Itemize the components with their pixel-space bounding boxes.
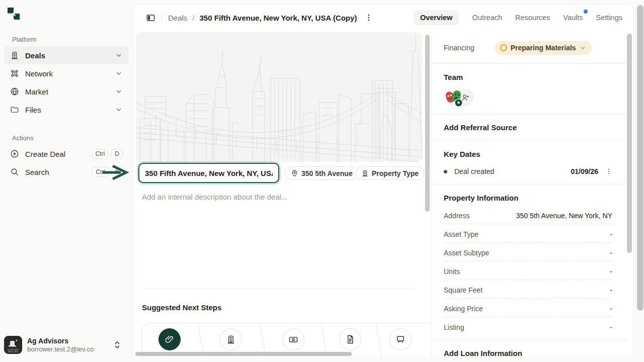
notification-dot bbox=[584, 10, 588, 14]
team-avatars bbox=[444, 88, 484, 108]
main-card: Deals / 350 Fifth Avenue, New York, NY, … bbox=[133, 4, 634, 357]
dashed-divider bbox=[444, 280, 612, 280]
financing-status-dropdown[interactable]: Preparing Materials bbox=[495, 41, 592, 55]
sidebar-item-network[interactable]: Network bbox=[4, 64, 129, 82]
dashed-divider bbox=[444, 242, 612, 243]
add-loan-information-button[interactable]: Add Loan Information bbox=[444, 349, 612, 357]
workspace-switcher[interactable]: BORROWER MAGICIANS Ag Advisors borrower.… bbox=[4, 334, 129, 356]
add-referral-source-button[interactable]: Add Referral Source bbox=[444, 123, 612, 132]
tab-overview[interactable]: Overview bbox=[414, 10, 459, 25]
column-scrollbar-thumb[interactable] bbox=[425, 35, 430, 212]
sidebar-item-label: Market bbox=[25, 87, 115, 96]
window-scrollbar-thumb[interactable] bbox=[637, 5, 643, 311]
city-skyline-illustration bbox=[136, 32, 422, 162]
key-date-row: Deal created 01/09/26 bbox=[444, 166, 612, 176]
address-tag[interactable]: 350 5th Avenue bbox=[285, 166, 359, 180]
tag-label: 350 5th Avenue bbox=[301, 169, 353, 177]
property-type-tag[interactable]: Property Type bbox=[355, 166, 425, 180]
network-icon bbox=[10, 69, 19, 78]
panel-scrollbar-thumb[interactable] bbox=[627, 34, 632, 253]
svg-text:MAGICIANS: MAGICIANS bbox=[8, 351, 19, 353]
user-email: borrower.test.2@lev.co bbox=[27, 345, 114, 353]
sidebar-toggle-icon bbox=[146, 13, 155, 23]
tab-vaults[interactable]: Vaults bbox=[563, 10, 583, 25]
property-row-listing: Listing - bbox=[444, 322, 612, 332]
panel-divider bbox=[431, 63, 626, 64]
actions-section-label: Actions bbox=[12, 134, 34, 142]
property-row-asset-type: Asset Type - bbox=[444, 229, 612, 239]
deal-menu-button[interactable] bbox=[363, 12, 375, 24]
next-steps-title: Suggested Next Steps bbox=[142, 303, 221, 312]
building-icon bbox=[10, 51, 19, 60]
skyline-banner bbox=[136, 32, 422, 162]
toggle-sidebar-button[interactable] bbox=[144, 12, 156, 24]
action-label: Search bbox=[25, 168, 89, 176]
building-icon bbox=[361, 169, 369, 177]
tag-label: Property Type bbox=[372, 169, 419, 177]
deal-name-input[interactable] bbox=[138, 163, 279, 183]
step-property-details[interactable] bbox=[220, 328, 242, 350]
key-dates-title: Key Dates bbox=[444, 150, 612, 158]
property-row-units: Units - bbox=[444, 266, 612, 277]
property-row-asking-price: Asking Price - bbox=[444, 304, 612, 314]
step-presentation[interactable] bbox=[389, 328, 412, 350]
create-deal-button[interactable]: Create Deal Ctrl D bbox=[4, 145, 129, 163]
plus-circle-icon bbox=[10, 149, 19, 158]
financing-row: Financing Preparing Materials bbox=[444, 41, 612, 55]
status-label: Preparing Materials bbox=[511, 44, 576, 52]
breadcrumb-title: 350 Fifth Avenue, New York, NY, USA (Cop… bbox=[200, 14, 357, 22]
user-name: Ag Advisors bbox=[27, 337, 114, 345]
panel-divider bbox=[431, 184, 626, 185]
property-information-title: Property Information bbox=[444, 194, 612, 202]
key-date-value[interactable]: 01/09/26 bbox=[571, 167, 599, 175]
chevron-down-icon bbox=[115, 51, 123, 59]
sidebar-item-deals[interactable]: Deals bbox=[4, 46, 129, 64]
lev-logo bbox=[7, 7, 20, 20]
step-loan-request[interactable] bbox=[282, 328, 304, 350]
step-attach-materials[interactable] bbox=[158, 328, 181, 350]
globe-icon bbox=[10, 87, 19, 96]
chevron-down-icon bbox=[115, 69, 123, 77]
chevron-down-icon bbox=[115, 87, 123, 96]
horizontal-scrollbar-thumb[interactable] bbox=[135, 352, 352, 356]
sidebar-item-files[interactable]: Files bbox=[4, 101, 129, 119]
breadcrumb-separator: / bbox=[192, 14, 194, 22]
kbd-ctrl: Ctrl bbox=[92, 149, 109, 159]
kebab-icon bbox=[365, 14, 373, 22]
presentation-icon bbox=[395, 334, 406, 344]
document-icon bbox=[345, 334, 355, 344]
owner-badge-icon bbox=[454, 99, 463, 107]
banknote-icon bbox=[288, 334, 298, 344]
milestone-dot bbox=[444, 170, 447, 173]
breadcrumb-deals[interactable]: Deals bbox=[168, 14, 187, 22]
sidebar-item-label: Files bbox=[25, 106, 115, 114]
search-button[interactable]: Search Ctrl K bbox=[4, 163, 129, 181]
building-icon bbox=[226, 334, 236, 344]
sidebar-item-market[interactable]: Market bbox=[4, 82, 129, 101]
kbd-d: D bbox=[111, 149, 123, 159]
tab-outreach[interactable]: Outreach bbox=[472, 10, 502, 25]
deal-description-input[interactable] bbox=[142, 191, 414, 203]
folder-icon bbox=[10, 105, 19, 114]
kbd-ctrl: Ctrl bbox=[92, 167, 109, 177]
step-documents[interactable] bbox=[339, 328, 361, 350]
panel-divider bbox=[431, 339, 626, 340]
platform-section-label: Platform bbox=[12, 36, 36, 43]
deal-details-panel: Financing Preparing Materials Team bbox=[431, 31, 633, 357]
page-header: Deals / 350 Fifth Avenue, New York, NY, … bbox=[133, 5, 633, 31]
property-row-address: Address 350 5th Avenue, New York, NY bbox=[444, 211, 612, 221]
chevron-down-icon bbox=[115, 106, 123, 114]
avatar: BORROWER MAGICIANS bbox=[4, 336, 22, 354]
sidebar: Platform Deals Network Market bbox=[0, 0, 133, 362]
kebab-icon[interactable] bbox=[605, 168, 612, 175]
dashed-divider bbox=[444, 317, 612, 317]
kbd-k: K bbox=[112, 167, 123, 177]
header-divider bbox=[162, 14, 162, 22]
tab-bar: Overview Outreach Resources Vaults Setti… bbox=[414, 10, 622, 25]
select-updown-icon bbox=[114, 341, 121, 349]
tab-resources[interactable]: Resources bbox=[515, 10, 550, 25]
financing-label: Financing bbox=[444, 44, 474, 52]
property-row-square-feet: Square Feet - bbox=[444, 285, 612, 295]
tab-settings[interactable]: Settings bbox=[596, 10, 622, 25]
paperclip-icon bbox=[165, 334, 175, 344]
